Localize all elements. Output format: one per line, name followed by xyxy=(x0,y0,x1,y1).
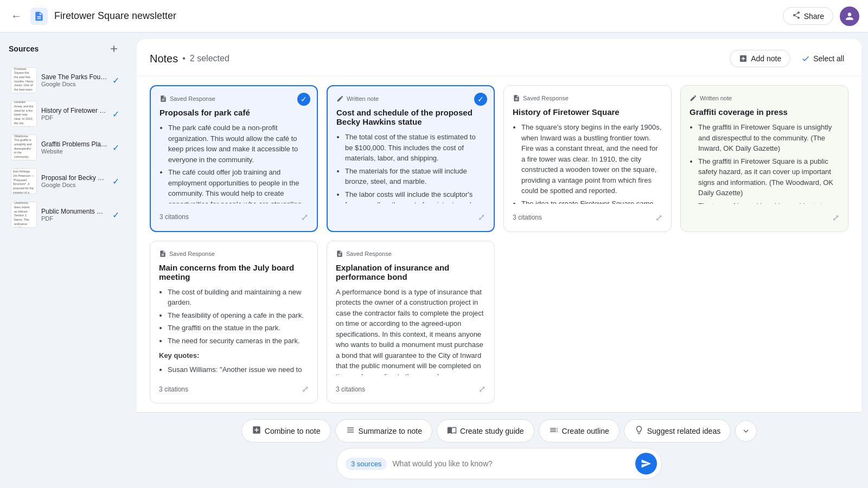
add-note-button[interactable]: Add note xyxy=(730,50,790,67)
selected-check-0: ✓ xyxy=(297,93,310,106)
source-name-1: History of Firetower Square xyxy=(41,107,108,114)
study-guide-label: Create study guide xyxy=(460,427,524,435)
source-type-2: Website xyxy=(41,148,108,155)
topbar-left: ← Firetower Square newsletter xyxy=(9,8,776,25)
source-check-1: ✓ xyxy=(112,109,119,119)
doc-icon xyxy=(30,8,48,25)
sidebar-header: Sources xyxy=(0,41,130,63)
add-source-button[interactable] xyxy=(106,41,122,56)
note-title-5: Explanation of insurance and performance… xyxy=(336,263,486,281)
note-footer-3: ⤢ xyxy=(690,209,839,223)
source-thumb-2: The Woodward, OK Daily GazetteOctober 31… xyxy=(11,134,37,160)
source-type-4: PDF xyxy=(41,215,108,222)
note-card-3[interactable]: Written note Graffiti coverage in press … xyxy=(680,85,848,232)
combine-icon xyxy=(252,425,261,436)
action-buttons: Combine to note Summarize to note Create… xyxy=(150,419,848,442)
source-check-0: ✓ xyxy=(112,75,119,86)
study-guide-icon xyxy=(447,425,457,436)
topbar: ← Firetower Square newsletter Share xyxy=(0,0,868,33)
avatar xyxy=(840,7,859,26)
source-info-4: Public Monuments Ordinan... PDF xyxy=(41,208,108,222)
citations-2: 3 citations xyxy=(513,214,542,221)
combine-label: Combine to note xyxy=(265,427,321,435)
share-icon xyxy=(792,11,801,21)
note-body-0: The park café could be a non-profit orga… xyxy=(159,123,308,203)
sources-badge: 3 sources xyxy=(346,458,387,470)
note-title-3: Graffiti coverage in press xyxy=(690,107,839,117)
sidebar-item-1[interactable]: History of Firetower SquareThe square's … xyxy=(4,98,126,130)
source-thumb-3: Proposal for Becky Hawkins StatueA Propo… xyxy=(11,168,37,194)
outline-label: Create outline xyxy=(562,427,609,435)
note-type-5: Saved Response xyxy=(336,250,486,258)
expand-icon-3[interactable]: ⤢ xyxy=(832,213,839,223)
note-footer-0: 3 citations ⤢ xyxy=(159,209,308,222)
notes-actions: Add note Select all xyxy=(730,50,848,67)
summarize-button[interactable]: Summarize to note xyxy=(335,419,433,442)
select-all-button[interactable]: Select all xyxy=(797,50,848,67)
notes-count: 2 selected xyxy=(190,54,229,63)
sidebar-item-3[interactable]: Proposal for Becky Hawkins StatueA Propo… xyxy=(4,165,126,197)
sidebar-item-0[interactable]: Save The Parks Foundation SocietyJohn Sm… xyxy=(4,64,126,97)
select-all-label: Select all xyxy=(813,54,844,63)
notes-selected-count: • xyxy=(182,54,186,63)
share-label: Share xyxy=(804,12,824,21)
content-area: Notes • 2 selected Add note Select all xyxy=(137,39,861,488)
note-card-5[interactable]: Saved Response Explanation of insurance … xyxy=(327,241,495,404)
note-card-2[interactable]: Saved Response History of Firetower Squa… xyxy=(503,85,672,232)
selected-check-1: ✓ xyxy=(474,93,487,106)
sidebar-item-4[interactable]: Ordinance No. 2022-1-01An Ordinance Gove… xyxy=(4,198,126,231)
note-type-2: Saved Response xyxy=(513,94,662,102)
back-button[interactable]: ← xyxy=(9,9,24,24)
add-note-label: Add note xyxy=(751,54,781,63)
related-button[interactable]: Suggest related ideas xyxy=(624,419,731,442)
note-card-0[interactable]: Saved Response Proposals for park café T… xyxy=(150,85,318,232)
source-check-2: ✓ xyxy=(112,143,119,153)
expand-icon-5[interactable]: ⤢ xyxy=(478,384,486,394)
note-type-4: Saved Response xyxy=(159,250,309,258)
notes-header: Notes • 2 selected Add note Select all xyxy=(137,39,861,76)
more-button[interactable] xyxy=(735,420,757,442)
source-name-2: Graffiti Problems Plague Fir... xyxy=(41,140,108,148)
topbar-right: Share xyxy=(783,7,859,26)
citations-5: 3 citations xyxy=(336,386,365,393)
related-label: Suggest related ideas xyxy=(647,427,720,435)
note-body-3: The graffiti in Firetower Square is unsi… xyxy=(690,122,839,204)
source-thumb-0: Save The Parks Foundation SocietyJohn Sm… xyxy=(11,67,37,93)
note-type-0: Saved Response xyxy=(159,95,308,102)
expand-icon-2[interactable]: ⤢ xyxy=(655,213,662,223)
share-button[interactable]: Share xyxy=(783,7,833,25)
study-guide-button[interactable]: Create study guide xyxy=(437,419,534,442)
combine-button[interactable]: Combine to note xyxy=(241,419,331,442)
expand-icon-0[interactable]: ⤢ xyxy=(301,212,308,222)
source-info-1: History of Firetower Square PDF xyxy=(41,107,108,121)
outline-icon xyxy=(549,425,559,436)
sidebar-item-2[interactable]: The Woodward, OK Daily GazetteOctober 31… xyxy=(4,131,126,164)
expand-icon-1[interactable]: ⤢ xyxy=(478,212,485,222)
note-card-1[interactable]: Written note Cost and schedule of the pr… xyxy=(327,85,495,232)
note-body-1: The total cost of the statue is estimate… xyxy=(336,132,485,203)
source-thumb-4: Ordinance No. 2022-1-01An Ordinance Gove… xyxy=(11,202,37,228)
bottom-toolbar: Combine to note Summarize to note Create… xyxy=(137,412,861,488)
source-type-3: Google Docs xyxy=(41,182,108,188)
note-body-4: The cost of building and maintaining a n… xyxy=(159,287,309,376)
note-footer-2: 3 citations ⤢ xyxy=(513,209,662,223)
expand-icon-4[interactable]: ⤢ xyxy=(302,384,309,394)
query-input[interactable] xyxy=(392,459,635,468)
source-name-0: Save The Parks Foundation... xyxy=(41,73,108,81)
note-body-5: A performance bond is a type of insuranc… xyxy=(336,287,486,376)
outline-button[interactable]: Create outline xyxy=(539,419,620,442)
sources-label: Sources xyxy=(9,44,39,53)
note-footer-5: 3 citations ⤢ xyxy=(336,381,486,394)
note-title-0: Proposals for park café xyxy=(159,108,308,117)
send-button[interactable] xyxy=(635,453,657,474)
source-info-2: Graffiti Problems Plague Fir... Website xyxy=(41,140,108,155)
note-type-3: Written note xyxy=(690,94,839,102)
note-title-2: History of Firetower Square xyxy=(513,107,662,117)
note-card-4[interactable]: Saved Response Main concerns from the Ju… xyxy=(150,241,318,404)
source-check-3: ✓ xyxy=(112,176,119,187)
source-name-3: Proposal for Becky Hawkin... xyxy=(41,174,108,182)
summarize-icon xyxy=(346,425,355,436)
note-body-2: The square's story begins in the early 1… xyxy=(513,122,662,204)
citations-0: 3 citations xyxy=(159,213,189,221)
query-bar: 3 sources xyxy=(336,448,662,479)
